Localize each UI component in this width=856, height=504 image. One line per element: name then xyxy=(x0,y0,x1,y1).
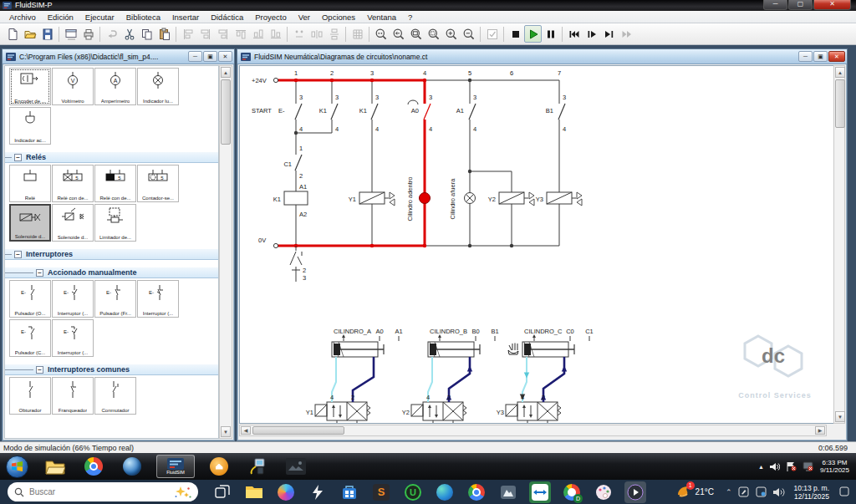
circuit-hscrollbar[interactable]: ◀ ▶ xyxy=(239,425,827,436)
palette-close-button[interactable]: ✕ xyxy=(218,51,232,62)
open-button[interactable] xyxy=(21,25,38,43)
component-switch-nc[interactable]: E-Interruptor (... xyxy=(137,280,179,318)
taskbar-explorer-icon[interactable] xyxy=(243,481,265,503)
folder-window-button[interactable] xyxy=(62,25,79,43)
zoom-rect-button[interactable] xyxy=(425,25,442,43)
component-switch-c[interactable]: E-Interruptor (... xyxy=(52,319,94,357)
taskbar-launcher-icon[interactable] xyxy=(207,456,231,477)
component-encoder[interactable]: Encoder de ... xyxy=(9,68,51,105)
component-pushbutton[interactable]: E-Pulsador (O... xyxy=(9,280,51,318)
taskbar-maps-icon[interactable] xyxy=(497,481,519,503)
collapse-icon[interactable]: − xyxy=(36,366,43,374)
window-maximize-button[interactable]: ▢ xyxy=(788,0,813,10)
window-minimize-button[interactable]: ─ xyxy=(763,0,787,10)
palette-section-interruptores[interactable]: −Interruptores xyxy=(5,248,218,260)
circuit-titlebar[interactable]: FluidSIM Neumática\Diagramas de circuito… xyxy=(237,49,847,64)
tray-display-problem-icon[interactable] xyxy=(802,461,813,471)
zoom-all-button[interactable] xyxy=(407,25,425,43)
tray-pen-icon[interactable] xyxy=(738,486,749,497)
taskbar-task-view-icon[interactable] xyxy=(211,481,233,503)
palette-restore-button[interactable]: ▣ xyxy=(203,51,217,62)
circuit-canvas[interactable]: +24V0V1234567STARTE-K1K1A0A1B13333334444… xyxy=(239,65,838,424)
scroll-thumb[interactable] xyxy=(221,79,231,145)
collapse-icon[interactable]: − xyxy=(14,154,22,161)
component-voltmeter[interactable]: VVoltímetro xyxy=(52,68,94,105)
taskbar-snagit-icon[interactable]: S xyxy=(370,481,392,503)
component-break[interactable]: Franqueador xyxy=(52,377,94,415)
component-limiter[interactable]: Limitador de... xyxy=(94,204,136,242)
component-switch[interactable]: E-Interruptor (... xyxy=(52,280,94,318)
component-relay[interactable]: Relé xyxy=(9,165,51,202)
collapse-icon[interactable]: − xyxy=(36,269,43,277)
component-solenoid-prop[interactable]: Solenoide d... xyxy=(52,204,94,242)
scroll-up-arrow[interactable]: ▲ xyxy=(835,67,845,78)
component-counter[interactable]: 5Contador-se... xyxy=(137,165,179,202)
component-pushbutton-nc[interactable]: E-Pulsador (Fr... xyxy=(94,280,136,318)
notification-center-icon[interactable] xyxy=(839,485,849,500)
menu-item-ejecutar[interactable]: Ejecutar xyxy=(79,11,120,23)
menu-item-opciones[interactable]: Opciones xyxy=(316,11,361,23)
tray-language-icon[interactable] xyxy=(756,486,767,497)
zoom-out-button[interactable] xyxy=(460,25,477,43)
taskbar-chrome-profile-icon[interactable]: D xyxy=(561,481,583,503)
tray-volume-icon[interactable] xyxy=(770,462,780,471)
palette-titlebar[interactable]: C:\Program Files (x86)\Didactic\fl_sim_p… xyxy=(3,49,234,64)
circuit-restore-button[interactable]: ▣ xyxy=(813,51,828,62)
tray-chevron-up-icon[interactable]: ⌃ xyxy=(726,488,732,496)
save-button[interactable] xyxy=(38,25,56,43)
component-relay-off[interactable]: 5Relé con de... xyxy=(94,165,136,202)
menu-item-ventana[interactable]: Ventana xyxy=(361,11,402,23)
circuit-close-button[interactable]: ✕ xyxy=(828,51,845,62)
scroll-thumb[interactable] xyxy=(252,426,344,435)
w11-clock[interactable]: 10:13 p. m. 12/11/2025 xyxy=(793,484,829,501)
tray-action-center-icon[interactable] xyxy=(786,461,797,471)
sim-to-state-button[interactable] xyxy=(600,25,618,43)
w7-clock[interactable]: 6:33 PM 9/11/2025 xyxy=(820,459,849,474)
collapse-icon[interactable]: − xyxy=(14,251,22,258)
menu-item-biblioteca[interactable]: Biblioteca xyxy=(120,11,166,23)
menu-item-insertar[interactable]: Insertar xyxy=(166,11,205,23)
scroll-right-arrow[interactable]: ▶ xyxy=(815,426,825,435)
copilot-sparkle-icon[interactable] xyxy=(173,486,191,499)
search-box[interactable] xyxy=(8,482,198,501)
copy-button[interactable] xyxy=(138,25,155,43)
palette-minimize-button[interactable]: ─ xyxy=(188,51,202,62)
taskbar-bolt-icon[interactable] xyxy=(307,481,329,503)
taskbar-media-player-icon[interactable] xyxy=(624,481,646,503)
menu-item-proyecto[interactable]: Proyecto xyxy=(249,11,293,23)
scroll-thumb[interactable] xyxy=(835,79,845,128)
scroll-left-arrow[interactable]: ◀ xyxy=(241,426,251,435)
scroll-down-arrow[interactable]: ▼ xyxy=(221,426,231,437)
sim-step-button[interactable] xyxy=(583,25,600,43)
zoom-in-button[interactable] xyxy=(442,25,460,43)
palette-section-interruptores-comunes[interactable]: −Interruptores comunes xyxy=(5,364,218,375)
taskbar-paint-icon[interactable] xyxy=(593,481,614,503)
taskbar-teamviewer-icon[interactable] xyxy=(529,481,551,503)
taskbar-uninstaller-icon[interactable]: U xyxy=(402,481,424,503)
component-ammeter[interactable]: AAmperímetro xyxy=(94,68,136,105)
start-button[interactable] xyxy=(6,456,28,478)
temperature[interactable]: 21°C xyxy=(696,487,714,496)
taskbar-chrome-icon[interactable] xyxy=(466,481,487,503)
menu-item-ver[interactable]: Ver xyxy=(293,11,316,23)
scroll-down-arrow[interactable]: ▼ xyxy=(835,411,845,422)
circuit-minimize-button[interactable]: ─ xyxy=(798,51,813,62)
new-button[interactable] xyxy=(3,25,21,43)
component-buzzer[interactable]: Indicador ac... xyxy=(9,107,51,145)
taskbar-image-viewer-icon[interactable] xyxy=(284,456,308,477)
zoom-previous-button[interactable] xyxy=(390,25,407,43)
component-solenoid[interactable]: Solenoide d... xyxy=(9,204,51,242)
cut-button[interactable] xyxy=(120,25,138,43)
component-change[interactable]: Conmutador xyxy=(94,377,136,415)
pause-button[interactable] xyxy=(542,25,559,43)
menu-item-edicin[interactable]: Edición xyxy=(42,11,79,23)
circuit-vscrollbar[interactable]: ▲ ▼ xyxy=(833,65,845,424)
taskbar-earth-icon[interactable] xyxy=(120,456,144,477)
widgets-weather-icon[interactable]: 1 xyxy=(676,484,691,501)
taskbar-remote-device-icon[interactable] xyxy=(246,456,269,477)
tray-show-hidden-icon[interactable]: ▲ xyxy=(758,464,764,470)
taskbar-chrome-icon[interactable] xyxy=(82,456,105,477)
stop-button[interactable] xyxy=(507,25,524,43)
component-relay-on[interactable]: 5Relé con de... xyxy=(52,165,94,202)
taskbar-explorer-icon[interactable] xyxy=(43,456,67,477)
